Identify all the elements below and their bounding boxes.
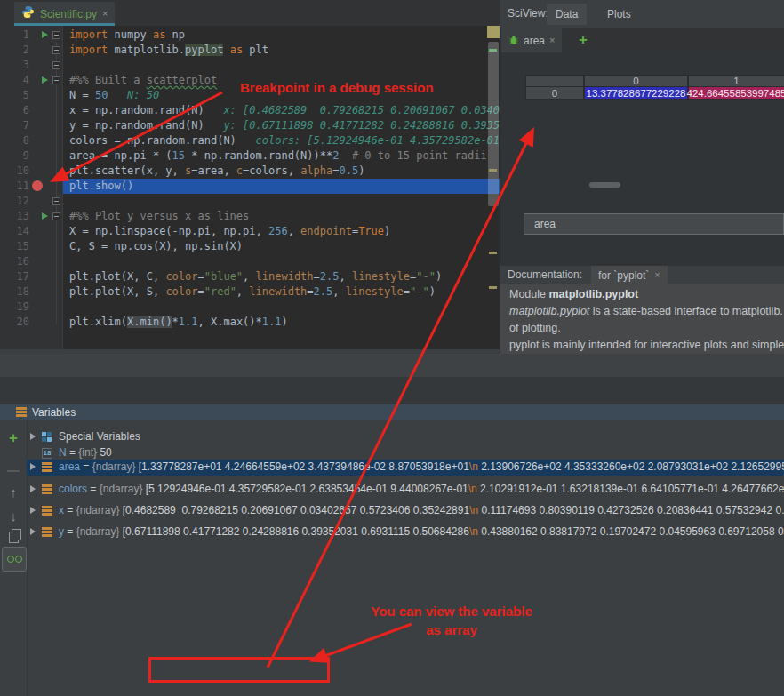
viewer-tab-area[interactable]: area × bbox=[501, 28, 562, 52]
code-line-20[interactable]: 20plt.xlim(X.min()*1.1, X.max()*1.1) bbox=[0, 315, 500, 330]
code-editor[interactable]: 1import numpy as np2import matplotlib.py… bbox=[0, 26, 500, 349]
fold-icon[interactable] bbox=[52, 31, 60, 39]
code-line-10[interactable]: 10plt.scatter(x, y, s=area, c=colors, al… bbox=[0, 164, 500, 179]
expand-arrow-icon[interactable] bbox=[30, 507, 36, 514]
doc-text: Module bbox=[509, 288, 548, 300]
fold-icon[interactable] bbox=[52, 46, 60, 54]
line-number[interactable]: 7 bbox=[0, 118, 29, 133]
line-number[interactable]: 2 bbox=[0, 43, 29, 58]
expand-arrow-icon[interactable] bbox=[30, 485, 36, 492]
line-number[interactable]: 5 bbox=[0, 88, 29, 103]
fold-icon[interactable] bbox=[52, 212, 60, 220]
variable-value: 50 bbox=[100, 446, 111, 459]
close-icon[interactable]: × bbox=[102, 9, 108, 19]
show-watches-button[interactable] bbox=[2, 547, 27, 572]
expand-arrow-icon[interactable] bbox=[30, 433, 36, 440]
code-line-16[interactable]: 16 bbox=[0, 254, 500, 269]
variable-row-N[interactable]: 18N = {int} 50 bbox=[27, 445, 784, 460]
code-line-7[interactable]: 7y = np.random.rand(N) y: [0.67111898 0.… bbox=[0, 118, 500, 133]
move-up-button[interactable]: ↑ bbox=[3, 482, 24, 501]
variable-text: N = {int} 50 bbox=[59, 445, 112, 460]
fold-icon[interactable] bbox=[52, 197, 60, 205]
variable-row-area[interactable]: area = {ndarray} [1.33778287e+01 4.24664… bbox=[27, 460, 784, 476]
line-number[interactable]: 13 bbox=[0, 209, 29, 224]
line-number[interactable]: 12 bbox=[0, 194, 29, 209]
close-icon[interactable]: × bbox=[549, 36, 555, 45]
line-number[interactable]: 18 bbox=[0, 284, 29, 300]
line-number[interactable]: 16 bbox=[0, 254, 29, 269]
code-line-17[interactable]: 17plt.plot(X, C, color="blue", linewidth… bbox=[0, 269, 500, 284]
newline-literal: \n bbox=[468, 483, 477, 495]
line-number[interactable]: 9 bbox=[0, 148, 29, 164]
column-header-0[interactable]: 0 bbox=[584, 75, 688, 87]
line-number[interactable]: 6 bbox=[0, 103, 29, 118]
variables-header[interactable]: Variables bbox=[0, 404, 784, 420]
newline-literal: \n bbox=[469, 460, 478, 473]
expand-arrow-icon[interactable] bbox=[30, 463, 36, 470]
code-text: plt.plot(X, S, color="red", linewidth=2.… bbox=[69, 284, 436, 300]
move-down-button[interactable]: ↓ bbox=[3, 506, 24, 525]
code-line-15[interactable]: 15C, S = np.cos(X), np.sin(X) bbox=[0, 239, 500, 254]
fold-icon[interactable] bbox=[52, 61, 60, 69]
variable-text: area = {ndarray} [1.33778287e+01 4.24664… bbox=[59, 460, 784, 475]
documentation-tab[interactable]: for `pyplot` × bbox=[591, 266, 668, 284]
line-number[interactable]: 19 bbox=[0, 300, 29, 315]
run-cell-icon[interactable] bbox=[42, 31, 48, 38]
tab-plots[interactable]: Plots bbox=[598, 4, 640, 25]
code-line-12[interactable]: 12 bbox=[0, 194, 500, 209]
table-cell-0-1[interactable]: 424.66455853997485 bbox=[688, 86, 784, 100]
new-watch-button[interactable]: + bbox=[3, 428, 24, 448]
line-number[interactable]: 10 bbox=[0, 164, 29, 179]
code-text: area = np.pi * (15 * np.random.rand(N))*… bbox=[69, 148, 500, 164]
editor-tab-scientific[interactable]: Scientific.py × bbox=[14, 2, 115, 26]
line-number[interactable]: 15 bbox=[0, 239, 29, 254]
run-cell-icon[interactable] bbox=[42, 212, 48, 220]
code-line-1[interactable]: 1import numpy as np bbox=[0, 28, 500, 43]
column-header-1[interactable]: 1 bbox=[688, 75, 784, 87]
slice-input[interactable] bbox=[524, 213, 784, 235]
documentation-tab-title: for `pyplot` bbox=[598, 269, 649, 282]
variable-row-colors[interactable]: colors = {ndarray} [5.12924946e-01 4.357… bbox=[27, 482, 784, 497]
newline-literal: \n bbox=[469, 525, 478, 538]
copy-button[interactable] bbox=[3, 527, 24, 547]
horizontal-scrollbar[interactable] bbox=[589, 182, 620, 188]
run-cell-icon[interactable] bbox=[42, 76, 48, 84]
panel-gap bbox=[0, 377, 784, 404]
code-line-13[interactable]: 13#%% Plot y versus x as lines bbox=[0, 209, 500, 224]
line-number[interactable]: 20 bbox=[0, 315, 29, 330]
code-line-6[interactable]: 6x = np.random.rand(N) x: [0.4682589 0.7… bbox=[0, 103, 500, 118]
table-cell-0-0[interactable]: 13.377828677229228 bbox=[584, 86, 688, 100]
close-icon[interactable]: × bbox=[654, 270, 660, 280]
annotation-line: You can view the variable bbox=[357, 602, 546, 620]
variable-row-special-variables[interactable]: Special Variables bbox=[27, 429, 784, 444]
code-line-8[interactable]: 8colors = np.random.rand(N) colors: [5.1… bbox=[0, 133, 500, 148]
code-line-19[interactable]: 19 bbox=[0, 300, 500, 315]
code-line-9[interactable]: 9area = np.pi * (15 * np.random.rand(N))… bbox=[0, 148, 500, 164]
warning-stripe-mark bbox=[489, 252, 497, 254]
code-line-2[interactable]: 2import matplotlib.pyplot as plt bbox=[0, 43, 500, 58]
variable-row-y[interactable]: y = {ndarray} [0.67111898 0.41771282 0.2… bbox=[27, 524, 784, 540]
line-number[interactable]: 17 bbox=[0, 269, 29, 284]
line-number[interactable]: 1 bbox=[0, 28, 29, 43]
editor-scrollbar[interactable] bbox=[488, 42, 499, 206]
variable-row-x[interactable]: x = {ndarray} [0.4682589 0.79268215 0.20… bbox=[27, 503, 784, 518]
add-viewer-tab-icon[interactable]: + bbox=[579, 31, 588, 49]
line-number[interactable]: 14 bbox=[0, 224, 29, 239]
fold-icon[interactable] bbox=[52, 76, 60, 84]
line-number[interactable]: 4 bbox=[0, 73, 29, 88]
line-number[interactable]: 3 bbox=[0, 58, 29, 73]
code-line-3[interactable]: 3 bbox=[0, 58, 500, 73]
doc-text: is a state-based interface to matplotlib… bbox=[589, 305, 784, 317]
line-number[interactable]: 11 bbox=[0, 179, 29, 194]
row-header-0[interactable]: 0 bbox=[525, 86, 584, 100]
expand-arrow-icon[interactable] bbox=[30, 528, 36, 535]
tab-data[interactable]: Data bbox=[547, 4, 587, 25]
code-line-11[interactable]: 11plt.show() bbox=[0, 179, 500, 194]
breakpoint-icon[interactable] bbox=[32, 180, 43, 191]
warning-stripe-mark bbox=[489, 169, 497, 172]
variable-text: x = {ndarray} [0.4682589 0.79268215 0.20… bbox=[59, 503, 784, 518]
line-number[interactable]: 8 bbox=[0, 133, 29, 148]
ndarray-variable-icon bbox=[42, 527, 52, 537]
code-line-14[interactable]: 14X = np.linspace(-np.pi, np.pi, 256, en… bbox=[0, 224, 500, 239]
code-line-18[interactable]: 18plt.plot(X, S, color="red", linewidth=… bbox=[0, 284, 500, 300]
